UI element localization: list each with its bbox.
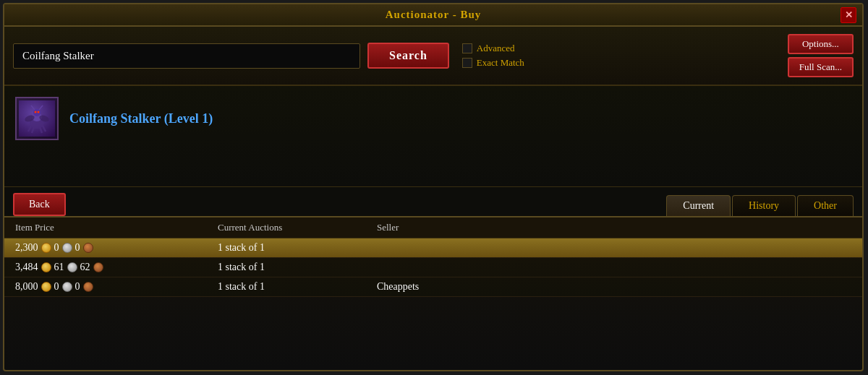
- table-row[interactable]: 8,000 0 0 1 stack of 1 Cheappets: [4, 277, 862, 297]
- price-cell-2: 3,484 61 62: [15, 262, 218, 273]
- back-button[interactable]: Back: [13, 193, 66, 216]
- auction-stack-3: 1 stack of 1: [218, 281, 377, 293]
- main-window: Auctionator - Buy ✕ Search Advanced Exac…: [3, 3, 864, 371]
- tab-other[interactable]: Other: [797, 195, 854, 216]
- silver-amount-1: 0: [54, 242, 59, 254]
- advanced-label: Advanced: [477, 43, 515, 54]
- advanced-checkbox-row[interactable]: Advanced: [462, 43, 524, 54]
- silver-amount-3: 0: [54, 281, 59, 293]
- col-seller: Seller: [377, 222, 522, 233]
- close-button[interactable]: ✕: [841, 7, 856, 23]
- gold-coin-icon-3: [41, 282, 51, 292]
- silver-coin-icon-2: [67, 262, 77, 272]
- copper-amount-3: 0: [75, 281, 80, 293]
- copper-amount-2: 62: [80, 262, 90, 273]
- creature-icon: [21, 103, 53, 134]
- options-button[interactable]: Options...: [788, 34, 854, 54]
- auction-stack-1: 1 stack of 1: [218, 242, 377, 254]
- copper-coin-icon-2: [93, 262, 103, 272]
- item-icon: [15, 97, 59, 140]
- silver-coin-icon-3: [62, 282, 72, 292]
- checkbox-group: Advanced Exact Match: [462, 43, 524, 69]
- auction-table: Item Price Current Auctions Seller 2,300…: [4, 216, 862, 297]
- item-icon-inner: [19, 100, 55, 137]
- seller-3: Cheappets: [377, 281, 522, 293]
- col-item-price: Item Price: [15, 222, 218, 233]
- svg-point-2: [33, 109, 41, 116]
- item-name: Coilfang Stalker (Level 1): [69, 111, 213, 126]
- auction-stack-2: 1 stack of 1: [218, 262, 377, 273]
- svg-line-10: [39, 105, 43, 110]
- svg-line-6: [32, 127, 34, 133]
- gold-coin-icon: [41, 243, 51, 253]
- exact-match-checkbox[interactable]: [462, 58, 472, 68]
- table-header: Item Price Current Auctions Seller: [4, 217, 862, 238]
- full-scan-button[interactable]: Full Scan...: [788, 57, 854, 77]
- advanced-checkbox[interactable]: [462, 43, 472, 53]
- silver-coin-icon: [62, 243, 72, 253]
- svg-line-5: [28, 126, 31, 132]
- svg-point-3: [35, 111, 37, 113]
- svg-line-7: [40, 127, 42, 133]
- table-row[interactable]: 3,484 61 62 1 stack of 1: [4, 258, 862, 277]
- window-title: Auctionator - Buy: [386, 9, 482, 21]
- title-bar: Auctionator - Buy ✕: [4, 4, 862, 27]
- gold-amount-3: 8,000: [15, 281, 38, 293]
- gold-coin-icon-2: [41, 262, 51, 272]
- price-cell-3: 8,000 0 0: [15, 281, 218, 293]
- tab-history[interactable]: History: [732, 195, 796, 216]
- gold-amount-2: 3,484: [15, 262, 38, 273]
- silver-amount-2: 61: [54, 262, 64, 273]
- copper-coin-icon: [83, 243, 93, 253]
- tab-current[interactable]: Current: [666, 195, 731, 216]
- price-cell-1: 2,300 0 0: [15, 242, 218, 254]
- toolbar: Search Advanced Exact Match Options... F…: [4, 27, 862, 86]
- search-input[interactable]: [13, 43, 360, 69]
- exact-match-label: Exact Match: [477, 57, 524, 69]
- gold-amount-1: 2,300: [15, 242, 38, 254]
- right-buttons: Options... Full Scan...: [788, 34, 854, 77]
- search-button[interactable]: Search: [367, 43, 449, 69]
- col-current-auctions: Current Auctions: [218, 222, 377, 233]
- svg-line-9: [31, 105, 35, 110]
- exact-match-checkbox-row[interactable]: Exact Match: [462, 57, 524, 69]
- copper-coin-icon-3: [83, 282, 93, 292]
- tabs: Current History Other: [666, 195, 854, 216]
- copper-amount-1: 0: [75, 242, 80, 254]
- svg-point-4: [38, 111, 40, 113]
- col-extra: [522, 222, 851, 233]
- tabs-and-back: Back Current History Other: [4, 187, 862, 216]
- content-area: Coilfang Stalker (Level 1): [4, 86, 862, 187]
- svg-line-8: [43, 126, 46, 132]
- item-row: Coilfang Stalker (Level 1): [15, 97, 851, 140]
- table-row[interactable]: 2,300 0 0 1 stack of 1: [4, 238, 862, 258]
